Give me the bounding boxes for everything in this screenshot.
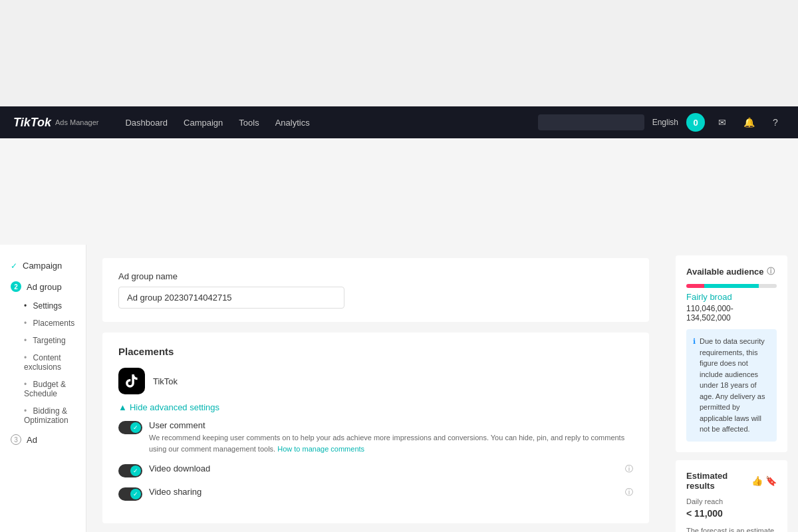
tiktok-placement: TikTok — [118, 368, 633, 394]
nav-dashboard[interactable]: Dashboard — [125, 115, 168, 130]
toggle-knob — [130, 422, 141, 433]
sidebar: ✓ Campaign 2 Ad group Settings Placement… — [0, 245, 86, 532]
user-comment-desc: We recommend keeping user comments on to… — [149, 432, 633, 454]
check-icon: ✓ — [11, 261, 17, 271]
user-comment-label: User comment — [149, 420, 633, 430]
user-comment-toggle[interactable] — [118, 421, 142, 434]
placements-title: Placements — [118, 346, 633, 357]
sidebar-bidding-label: Bidding & Optimization — [24, 406, 68, 425]
chevron-up-icon: ▲ — [118, 402, 127, 412]
ads-manager-text: Ads Manager — [55, 118, 98, 126]
sidebar-sub-targeting[interactable]: Targeting — [0, 332, 86, 349]
video-sharing-info-icon[interactable]: ⓘ — [625, 487, 633, 498]
available-audience-title: Available audience ⓘ — [686, 266, 777, 277]
right-panel: Available audience ⓘ Fairly broad 110,04… — [665, 245, 798, 532]
daily-reach-value: < 11,000 — [686, 508, 777, 519]
nav-campaign[interactable]: Campaign — [184, 115, 223, 130]
sidebar-budget-label: Budget & Schedule — [24, 380, 66, 398]
tiktok-logo — [118, 368, 145, 394]
top-navigation: TikTok Ads Manager Dashboard Campaign To… — [0, 106, 798, 138]
bell-icon[interactable]: 🔔 — [739, 113, 758, 132]
est-desc: The forecast is an estimate based on you… — [686, 525, 777, 533]
toggle-knob-download — [130, 466, 141, 476]
user-comment-row: User comment We recommend keeping user c… — [118, 420, 633, 454]
help-icon[interactable]: ? — [766, 113, 785, 132]
search-input[interactable] — [538, 114, 644, 130]
nav-analytics[interactable]: Analytics — [275, 115, 310, 130]
hide-advanced-btn[interactable]: ▲ Hide advanced settings — [118, 402, 633, 412]
how-to-manage-link[interactable]: How to manage comments — [277, 445, 364, 453]
estimated-results-title: Estimated results 👍 🔖 — [686, 471, 777, 491]
placements-section: Placements TikTok ▲ Hide advanced settin… — [102, 332, 649, 523]
step2-badge: 2 — [11, 281, 21, 292]
main-content: Ad group name Placements TikTok ▲ Hide a… — [86, 245, 665, 532]
sidebar-ad-label: Ad — [27, 435, 37, 445]
sidebar-sub-budget-schedule[interactable]: Budget & Schedule — [0, 376, 86, 402]
sidebar-settings-label: Settings — [33, 301, 62, 311]
tiktok-logo-text: TikTok — [13, 116, 51, 130]
avatar[interactable]: 0 — [686, 113, 705, 132]
audience-bar — [686, 284, 777, 288]
audience-label: Fairly broad — [686, 292, 777, 302]
video-download-toggle[interactable] — [118, 464, 142, 477]
adgroup-name-section: Ad group name — [102, 258, 649, 322]
nav-links: Dashboard Campaign Tools Analytics — [125, 115, 537, 130]
sidebar-sub-content-exclusions[interactable]: Content exclusions — [0, 349, 86, 376]
step3-badge: 3 — [11, 434, 21, 445]
video-sharing-info: Video sharing — [149, 487, 618, 499]
tiktok-placement-label: TikTok — [153, 376, 178, 386]
hide-advanced-label: Hide advanced settings — [130, 402, 219, 412]
audience-count: 110,046,000-134,502,000 — [686, 304, 777, 323]
video-download-info: Video download — [149, 464, 618, 475]
sidebar-content-exclusions-label: Content exclusions — [24, 353, 61, 372]
tiktok-icon — [124, 373, 140, 389]
video-sharing-row: Video sharing ⓘ — [118, 487, 633, 501]
video-sharing-toggle[interactable] — [118, 487, 142, 501]
video-sharing-label: Video sharing — [149, 487, 618, 497]
toggle-knob-sharing — [130, 489, 141, 499]
adgroup-name-input[interactable] — [118, 287, 344, 309]
adgroup-name-label: Ad group name — [118, 271, 633, 281]
video-download-label: Video download — [149, 464, 618, 473]
audience-info-box: ℹ Due to data security requirements, thi… — [686, 329, 777, 442]
sidebar-item-ad[interactable]: 3 Ad — [0, 429, 86, 450]
sidebar-item-adgroup[interactable]: 2 Ad group — [0, 276, 86, 297]
sidebar-campaign-label: Campaign — [23, 261, 62, 271]
available-audience-card: Available audience ⓘ Fairly broad 110,04… — [676, 255, 787, 452]
sidebar-targeting-label: Targeting — [33, 336, 65, 345]
sidebar-adgroup-label: Ad group — [27, 282, 62, 292]
nav-right: English 0 ✉ 🔔 ? — [538, 113, 785, 132]
daily-reach-label: Daily reach — [686, 497, 777, 505]
video-download-info-icon[interactable]: ⓘ — [625, 464, 633, 475]
mail-icon[interactable]: ✉ — [713, 113, 732, 132]
logo: TikTok Ads Manager — [13, 116, 98, 130]
estimated-results-card: Estimated results 👍 🔖 Daily reach < 11,0… — [676, 460, 787, 533]
video-download-row: Video download ⓘ — [118, 464, 633, 477]
page-wrapper: ✓ Campaign 2 Ad group Settings Placement… — [0, 245, 798, 532]
nav-tools[interactable]: Tools — [239, 115, 259, 130]
audience-info-icon[interactable]: ⓘ — [767, 266, 775, 277]
info-box-icon: ℹ — [693, 336, 696, 435]
sidebar-sub-placements[interactable]: Placements — [0, 315, 86, 332]
sidebar-sub-settings[interactable]: Settings — [0, 297, 86, 315]
sidebar-placements-label: Placements — [33, 319, 75, 328]
language-selector[interactable]: English — [652, 118, 678, 127]
thumbs-up-icon[interactable]: 👍 — [751, 475, 763, 486]
sidebar-sub-bidding[interactable]: Bidding & Optimization — [0, 402, 86, 429]
est-title-icons: 👍 🔖 — [751, 475, 777, 486]
sidebar-item-campaign[interactable]: ✓ Campaign — [0, 255, 86, 276]
audience-info-text: Due to data security requirements, this … — [700, 336, 770, 435]
user-comment-info: User comment We recommend keeping user c… — [149, 420, 633, 454]
bookmark-icon[interactable]: 🔖 — [765, 475, 777, 486]
